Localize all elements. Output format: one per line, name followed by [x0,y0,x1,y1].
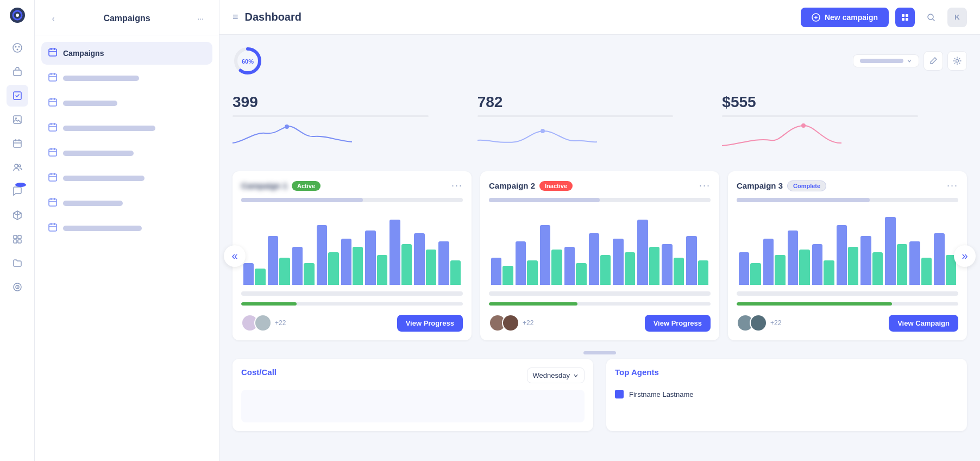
user-avatar[interactable]: K [947,8,967,27]
more-options-2[interactable]: ··· [699,180,711,191]
day-filter-dropdown[interactable]: Wednesday [527,367,585,383]
new-campaign-label: New campaign [825,13,878,22]
calendar-icon [48,47,58,59]
stat-calls: 399 [233,87,478,160]
new-campaign-button[interactable]: New campaign [801,8,889,27]
progress-fill-3 [737,302,892,306]
campaign-name-1: Campaign 1 [241,181,287,190]
campaign-card-header-3: Campaign 3 Complete ··· [737,180,958,191]
calendar-icon [48,72,58,84]
main-content: ≡ Dashboard New campaign K [219,0,980,461]
view-progress-button-1[interactable]: View Progress [397,315,463,332]
calendar-icon [48,197,58,209]
agent-color-dot [615,390,624,398]
svg-rect-15 [18,235,21,239]
next-button[interactable]: » [954,245,976,267]
avatar-3b [750,314,767,332]
view-progress-button-2[interactable]: View Progress [645,315,711,332]
filter-bar [860,59,903,63]
scroll-thumb [583,351,616,354]
folder-icon[interactable] [7,252,28,274]
search-button[interactable] [921,8,941,27]
progress-circle: 60% [233,46,263,76]
list-item[interactable] [41,67,212,90]
menu-icon[interactable]: ≡ [233,11,238,23]
list-item[interactable] [41,142,212,165]
svg-point-10 [15,117,17,119]
calendar-icon [48,122,58,134]
bottom-bar-2 [489,291,711,296]
more-options-1[interactable]: ··· [451,180,463,191]
dashboard: 60% [219,35,980,461]
target-icon[interactable] [7,276,28,298]
stat-bar-contacts [478,115,674,117]
svg-rect-22 [49,74,56,81]
item-text [63,101,117,106]
view-campaign-button-3[interactable]: View Campaign [889,315,958,332]
svg-point-6 [16,49,18,51]
campaign-name-3: Campaign 3 [737,181,783,190]
svg-point-20 [17,286,18,288]
back-button[interactable]: ‹ [46,11,61,26]
campaign-list: Campaigns [35,35,219,461]
tasks-icon[interactable] [7,85,28,107]
agent-row: Firstname Lastname [615,390,958,398]
svg-rect-7 [14,70,21,76]
top-bar: ≡ Dashboard New campaign K [219,0,980,35]
calendar-icon [48,97,58,109]
app-logo[interactable] [9,7,26,26]
cost-call-title: Cost/Call [241,367,277,377]
stat-chart-contacts [478,121,723,154]
stat-value-contacts: 782 [478,94,723,111]
avatar-2b [502,314,519,332]
agent-name: Firstname Lastname [629,390,694,398]
chat-icon[interactable] [7,180,28,202]
list-item[interactable] [41,117,212,140]
avatar-count-2: +22 [523,319,533,327]
campaign-list-featured[interactable]: Campaigns [41,42,212,65]
cube-icon[interactable] [7,204,28,226]
calendar2-icon[interactable] [7,133,28,154]
status-badge-1: Active [292,181,321,191]
top-bar-right: New campaign K [801,8,967,27]
campaign-card-header-2: Campaign 2 Inactive ··· [489,180,711,191]
avatar-count-3: +22 [770,319,781,327]
list-item[interactable] [41,217,212,240]
card-footer-2: +22 View Progress [489,314,711,332]
campaign-title-2: Campaign 2 Inactive [489,181,573,191]
list-item[interactable] [41,192,212,215]
list-item[interactable] [41,167,212,190]
item-text [63,176,145,181]
svg-point-3 [13,43,22,52]
prev-button[interactable]: « [224,245,246,267]
palette-icon[interactable] [7,37,28,59]
avatar-count-1: +22 [275,319,286,327]
bottom-section: Cost/Call Wednesday Top Agents Firstname… [233,359,967,431]
stat-chart-revenue [722,121,967,154]
campaign-card-2: Campaign 2 Inactive ··· [480,171,719,340]
grid2-icon[interactable] [7,228,28,250]
more-options-3[interactable]: ··· [947,180,958,191]
svg-rect-31 [906,14,908,17]
users-icon[interactable] [7,157,28,178]
grid-view-button[interactable] [895,8,915,27]
campaign-title-1: Campaign 1 Active [241,181,321,191]
image-icon[interactable] [7,109,28,130]
svg-point-4 [15,46,16,48]
more-options-button[interactable]: ··· [193,11,208,26]
progress-section: 60% [233,46,967,76]
svg-rect-16 [14,240,17,243]
day-filter-label: Wednesday [533,371,570,379]
briefcase-icon[interactable] [7,61,28,83]
edit-button[interactable] [924,51,943,71]
scroll-indicator [233,351,967,354]
settings-button[interactable] [947,51,967,71]
svg-point-41 [801,123,806,128]
bar-chart-3 [737,209,958,285]
top-agents-panel: Top Agents Firstname Lastname [606,359,967,431]
list-item[interactable] [41,92,212,115]
calendar-icon [48,222,58,234]
filter-dropdown[interactable] [853,54,919,67]
stat-contacts: 782 [478,87,723,160]
calendar-icon [48,172,58,184]
